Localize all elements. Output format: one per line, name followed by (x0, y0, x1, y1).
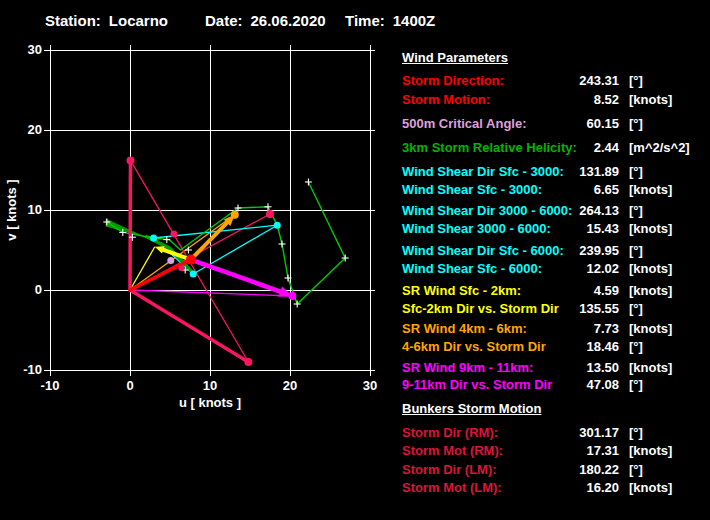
section-title-bunkers-storm-motion: Bunkers Storm Motion (402, 401, 541, 416)
shear-sfc-6000-unit: [knots] (629, 261, 672, 276)
dir-9-11km-vs-storm-label: 9-11km Dir vs. Storm Dir (402, 377, 552, 392)
storm-mot-lm-unit: [knots] (629, 480, 672, 495)
srh-3km-unit: [m^2/s^2] (629, 140, 690, 155)
storm-dir-lm-value: 180.22 (540, 462, 619, 477)
critical-angle-500m-unit: [°] (629, 116, 643, 131)
sr-wind-sfc-2km-value: 4.59 (540, 283, 619, 298)
wind-parameters-panel: Wind ParametersStorm Direction:243.31[°]… (0, 0, 710, 520)
shear-sfc-3000-value: 6.65 (540, 182, 619, 197)
storm-direction-value: 243.31 (540, 73, 619, 88)
dir-9-11km-vs-storm-value: 47.08 (540, 377, 619, 392)
shear-dir-sfc-6000-value: 239.95 (540, 243, 619, 258)
critical-angle-500m-value: 60.15 (540, 116, 619, 131)
shear-sfc-3000-label: Wind Shear Sfc - 3000: (402, 182, 542, 197)
storm-mot-lm-value: 16.20 (540, 480, 619, 495)
shear-dir-sfc-3000-value: 131.89 (540, 164, 619, 179)
storm-direction-label: Storm Direction: (402, 73, 504, 88)
dir-9-11km-vs-storm-unit: [°] (629, 377, 643, 392)
shear-dir-sfc-3000-unit: [°] (629, 164, 643, 179)
sfc-2km-dir-vs-storm-unit: [°] (629, 301, 643, 316)
shear-sfc-6000-value: 12.02 (540, 261, 619, 276)
storm-motion-label: Storm Motion: (402, 92, 490, 107)
sr-wind-9-11km-unit: [knots] (629, 360, 672, 375)
sfc-2km-dir-vs-storm-value: 135.55 (540, 301, 619, 316)
sr-wind-9-11km-label: SR Wind 9km - 11km: (402, 360, 533, 375)
shear-3000-6000-value: 15.43 (540, 221, 619, 236)
storm-direction-unit: [°] (629, 73, 643, 88)
sr-wind-9-11km-value: 13.50 (540, 360, 619, 375)
sr-wind-sfc-2km-unit: [knots] (629, 283, 672, 298)
storm-dir-rm-label: Storm Dir (RM): (402, 425, 498, 440)
storm-dir-rm-unit: [°] (629, 425, 643, 440)
shear-dir-sfc-6000-unit: [°] (629, 243, 643, 258)
section-title-wind-parameters: Wind Parameters (402, 50, 508, 65)
sr-wind-sfc-2km-label: SR Wind Sfc - 2km: (402, 283, 521, 298)
shear-dir-3000-6000-unit: [°] (629, 203, 643, 218)
storm-mot-rm-label: Storm Mot (RM): (402, 443, 503, 458)
dir-4-6km-vs-storm-value: 18.46 (540, 339, 619, 354)
app-window: -10-1000101020203030u [ knots ]v [ knots… (0, 0, 710, 520)
critical-angle-500m-label: 500m Critical Angle: (402, 116, 527, 131)
sfc-2km-dir-vs-storm-label: Sfc-2km Dir vs. Storm Dir (402, 301, 559, 316)
storm-motion-unit: [knots] (629, 92, 672, 107)
storm-dir-lm-label: Storm Dir (LM): (402, 462, 497, 477)
storm-dir-rm-value: 301.17 (540, 425, 619, 440)
storm-mot-lm-label: Storm Mot (LM): (402, 480, 502, 495)
dir-4-6km-vs-storm-label: 4-6km Dir vs. Storm Dir (402, 339, 546, 354)
shear-sfc-6000-label: Wind Shear Sfc - 6000: (402, 261, 542, 276)
dir-4-6km-vs-storm-unit: [°] (629, 339, 643, 354)
storm-motion-value: 8.52 (540, 92, 619, 107)
shear-3000-6000-unit: [knots] (629, 221, 672, 236)
storm-mot-rm-unit: [knots] (629, 443, 672, 458)
shear-dir-3000-6000-value: 264.13 (540, 203, 619, 218)
storm-mot-rm-value: 17.31 (540, 443, 619, 458)
shear-sfc-3000-unit: [knots] (629, 182, 672, 197)
srh-3km-value: 2.44 (540, 140, 619, 155)
sr-wind-4-6km-unit: [knots] (629, 321, 672, 336)
storm-dir-lm-unit: [°] (629, 462, 643, 477)
shear-3000-6000-label: Wind Shear 3000 - 6000: (402, 221, 551, 236)
sr-wind-4-6km-label: SR Wind 4km - 6km: (402, 321, 527, 336)
sr-wind-4-6km-value: 7.73 (540, 321, 619, 336)
